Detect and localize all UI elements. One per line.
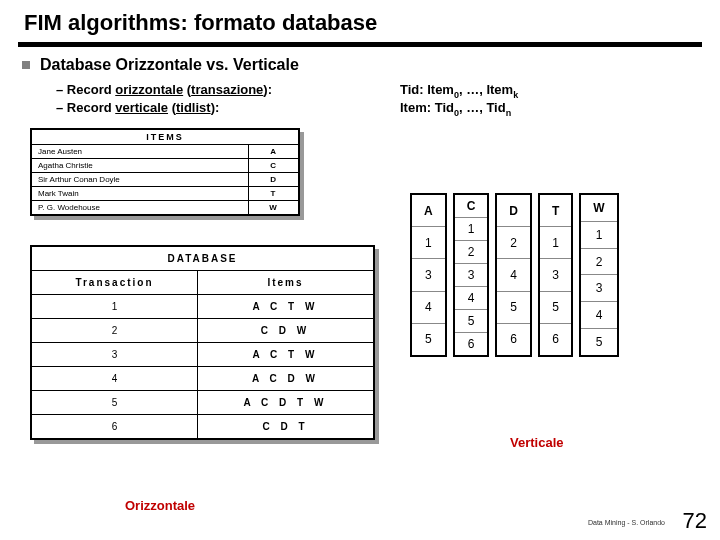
vertical-cell: 4 xyxy=(580,302,617,329)
item-code: D xyxy=(249,173,299,187)
vertical-cell: 3 xyxy=(539,259,572,291)
definition-item: Item: Tid0, …, Tidn xyxy=(400,100,511,118)
table-row: Mark TwainT xyxy=(31,187,299,201)
transaction-items: A C T W xyxy=(197,295,374,319)
vertical-header: A xyxy=(411,194,446,227)
transaction-items: C D T xyxy=(197,415,374,440)
item-name: P. G. Wodehouse xyxy=(31,201,249,216)
vertical-cell: 2 xyxy=(580,248,617,275)
table-row: Sir Arthur Conan DoyleD xyxy=(31,173,299,187)
footer-credit: Data Mining - S. Orlando xyxy=(588,519,665,526)
database-table-container: DATABASE Transaction Items 1A C T W2C D … xyxy=(30,245,375,440)
db-header: DATABASE xyxy=(31,246,374,271)
vertical-cell: 4 xyxy=(496,259,531,291)
db-th-transaction: Transaction xyxy=(31,271,197,295)
label-orizzontale: Orizzontale xyxy=(125,498,195,513)
vertical-table-group: A1345C123456D2456T1356W12345 xyxy=(410,193,619,357)
definition-tid: Tid: Item0, …, Itemk xyxy=(400,82,518,100)
item-name: Sir Arthur Conan Doyle xyxy=(31,173,249,187)
sub2-prefix: – Record xyxy=(56,100,115,115)
vertical-column: D2456 xyxy=(495,193,532,357)
vertical-cell: 5 xyxy=(580,329,617,356)
sub1-underlined1: orizzontale xyxy=(115,82,183,97)
vertical-cell: 5 xyxy=(411,323,446,356)
table-row: 1A C T W xyxy=(31,295,374,319)
subpoint-2: – Record verticale (tidlist): xyxy=(56,100,219,115)
items-table-container: ITEMS Jane AustenAAgatha ChristieCSir Ar… xyxy=(30,128,300,216)
vertical-column: T1356 xyxy=(538,193,573,357)
sub1-underlined2: transazione xyxy=(191,82,263,97)
table-row: 4A C D W xyxy=(31,367,374,391)
rd2-subn: n xyxy=(506,108,512,118)
items-table: ITEMS Jane AustenAAgatha ChristieCSir Ar… xyxy=(30,128,300,216)
sub1-paren-open: ( xyxy=(183,82,191,97)
vertical-cell: 4 xyxy=(454,287,489,310)
table-row: Agatha ChristieC xyxy=(31,159,299,173)
page-number: 72 xyxy=(683,508,707,534)
rd2-pre: Item: Tid xyxy=(400,100,454,115)
sub1-prefix: – Record xyxy=(56,82,115,97)
vertical-cell: 1 xyxy=(411,227,446,259)
vertical-column: C123456 xyxy=(453,193,490,357)
table-row: 5A C D T W xyxy=(31,391,374,415)
vertical-header: C xyxy=(454,194,489,218)
table-row: 2C D W xyxy=(31,319,374,343)
transaction-id: 3 xyxy=(31,343,197,367)
item-code: W xyxy=(249,201,299,216)
transaction-items: A C D T W xyxy=(197,391,374,415)
transaction-id: 2 xyxy=(31,319,197,343)
vertical-header: T xyxy=(539,194,572,227)
table-row: 6C D T xyxy=(31,415,374,440)
vertical-column: W12345 xyxy=(579,193,618,357)
subpoint-1: – Record orizzontale (transazione): xyxy=(56,82,272,97)
title-underline xyxy=(18,42,702,47)
vertical-cell: 6 xyxy=(539,323,572,356)
vertical-cell: 3 xyxy=(580,275,617,302)
sub2-paren-open: ( xyxy=(168,100,176,115)
vertical-header: W xyxy=(580,194,617,221)
section-text: Database Orizzontale vs. Verticale xyxy=(40,56,299,74)
vertical-column: A1345 xyxy=(410,193,447,357)
sub2-underlined2: tidlist xyxy=(176,100,211,115)
vertical-cell: 1 xyxy=(539,227,572,259)
vertical-cell: 2 xyxy=(496,227,531,259)
slide-title: FIM algorithms: formato database xyxy=(24,10,377,36)
vertical-cell: 5 xyxy=(454,310,489,333)
item-code: T xyxy=(249,187,299,201)
sub1-paren-close: ): xyxy=(263,82,272,97)
vertical-cell: 6 xyxy=(496,323,531,356)
vertical-header: D xyxy=(496,194,531,227)
rd2-mid: , …, Tid xyxy=(459,100,506,115)
vertical-cell: 3 xyxy=(411,259,446,291)
db-th-items: Items xyxy=(197,271,374,295)
vertical-cell: 1 xyxy=(580,221,617,248)
item-code: A xyxy=(249,145,299,159)
transaction-id: 5 xyxy=(31,391,197,415)
table-row: Jane AustenA xyxy=(31,145,299,159)
item-code: C xyxy=(249,159,299,173)
vertical-cell: 2 xyxy=(454,241,489,264)
transaction-items: A C D W xyxy=(197,367,374,391)
sub2-underlined1: verticale xyxy=(115,100,168,115)
vertical-cell: 1 xyxy=(454,218,489,241)
vertical-cell: 4 xyxy=(411,291,446,323)
item-name: Mark Twain xyxy=(31,187,249,201)
vertical-cell: 3 xyxy=(454,264,489,287)
section-heading: Database Orizzontale vs. Verticale xyxy=(22,56,299,74)
rd1-pre: Tid: Item xyxy=(400,82,454,97)
rd1-subk: k xyxy=(513,90,518,100)
item-name: Jane Austen xyxy=(31,145,249,159)
vertical-cell: 5 xyxy=(539,291,572,323)
transaction-items: A C T W xyxy=(197,343,374,367)
database-table: DATABASE Transaction Items 1A C T W2C D … xyxy=(30,245,375,440)
transaction-items: C D W xyxy=(197,319,374,343)
label-verticale: Verticale xyxy=(510,435,564,450)
vertical-cell: 6 xyxy=(454,333,489,357)
sub2-paren-close: ): xyxy=(211,100,220,115)
rd1-mid: , …, Item xyxy=(459,82,513,97)
table-row: P. G. WodehouseW xyxy=(31,201,299,216)
transaction-id: 1 xyxy=(31,295,197,319)
table-row: 3A C T W xyxy=(31,343,374,367)
vertical-cell: 5 xyxy=(496,291,531,323)
bullet-icon xyxy=(22,61,30,69)
